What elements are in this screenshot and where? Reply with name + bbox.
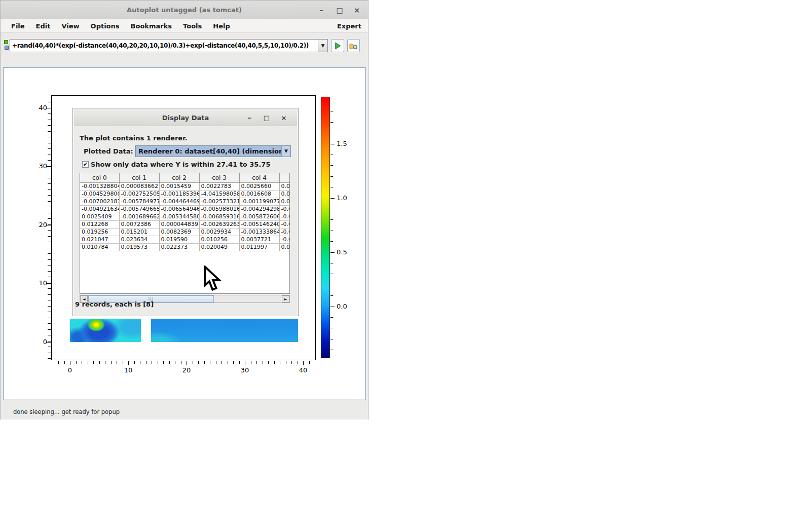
table-cell[interactable]: -0.004294298... — [239, 205, 279, 213]
table-cell[interactable]: -0.005872606... — [239, 213, 279, 220]
statusbar: done sleeping... get ready for popup — [1, 405, 368, 420]
table-cell[interactable]: -0.005146240... — [239, 220, 279, 228]
expert-menu[interactable]: Expert — [337, 19, 361, 33]
table-cell[interactable]: 0.011997 — [239, 243, 279, 251]
table-cell[interactable]: 0.0072386 — [119, 220, 159, 228]
dialog-maximize-button[interactable]: □ — [262, 113, 272, 123]
table-cell[interactable]: 0.010256 — [199, 236, 239, 243]
go-play-button[interactable] — [331, 39, 344, 52]
column-header[interactable]: col 3 — [199, 173, 239, 182]
table-cell[interactable]: -0.002573321... — [199, 198, 239, 205]
data-table-viewport[interactable]: col 0 col 1 col 2 col 3 col 4 -0.0013288… — [80, 173, 290, 294]
spectrogram-strip-right[interactable] — [151, 319, 298, 342]
table-cell[interactable]: 0.00 — [279, 190, 290, 198]
column-header[interactable]: col 1 — [119, 173, 159, 182]
spectrogram-strip-left[interactable] — [70, 319, 141, 342]
table-cell[interactable]: -0.001199077... — [239, 198, 279, 205]
menu-view[interactable]: View — [56, 19, 85, 33]
column-header[interactable]: col 2 — [159, 173, 199, 182]
table-cell[interactable]: 0.00 — [279, 243, 290, 251]
table-cell[interactable]: 0.022373 — [159, 243, 199, 251]
table-row[interactable]: 0.021047 0.023634 0.019590 0.010256 0.00… — [80, 236, 290, 243]
menu-help[interactable]: Help — [207, 19, 235, 33]
column-header[interactable]: col 4 — [239, 173, 279, 182]
table-cell[interactable]: -0.001689662... — [119, 213, 159, 220]
uri-input[interactable]: +rand(40,40)*(exp(-distance(40,40,20,20,… — [10, 39, 318, 52]
column-header[interactable]: col 0 — [80, 173, 119, 182]
table-cell[interactable]: -0.005344580... — [159, 213, 199, 220]
table-cell[interactable]: -0.004529800... — [80, 190, 119, 198]
scroll-right-button[interactable]: ► — [282, 295, 289, 302]
table-cell[interactable]: 0.0025660 — [239, 182, 279, 190]
table-cell[interactable]: 0.0016608 — [239, 190, 279, 198]
table-cell[interactable]: 0.00 — [279, 182, 290, 190]
table-row[interactable]: -0.004529800... -0.002752505... -0.00118… — [80, 190, 290, 198]
table-row[interactable]: 0.019256 0.015201 0.0082369 0.0029934 -0… — [80, 228, 290, 236]
table-cell[interactable]: -0.005988016... — [199, 205, 239, 213]
table-cell[interactable]: -0.001185396... — [159, 190, 199, 198]
table-cell[interactable]: -0.002639263... — [199, 220, 239, 228]
table-cell[interactable]: -0.004921634... — [80, 205, 119, 213]
table-cell[interactable]: 0.0025409 — [80, 213, 119, 220]
table-cell[interactable]: -0.0 — [279, 228, 290, 236]
table-cell[interactable]: 0.019573 — [119, 243, 159, 251]
table-cell[interactable]: 0.000083662 — [119, 182, 159, 190]
window-close-button[interactable]: × — [352, 5, 362, 15]
table-cell[interactable]: 0.000044839 — [159, 220, 199, 228]
table-cell[interactable]: 0.00 — [279, 198, 290, 205]
table-cell[interactable]: 0.0037721 — [239, 236, 279, 243]
table-cell[interactable]: -0.005784977... — [119, 198, 159, 205]
table-cell[interactable]: -0.005749665... — [119, 205, 159, 213]
table-row[interactable]: 0.0025409 -0.001689662... -0.005344580..… — [80, 213, 290, 220]
menu-edit[interactable]: Edit — [30, 19, 56, 33]
table-cell[interactable]: -0.001328804... — [80, 182, 119, 190]
table-cell[interactable]: 0.0082369 — [159, 228, 199, 236]
table-cell[interactable]: -0.0 — [279, 205, 290, 213]
table-cell[interactable]: 0.0015459 — [159, 182, 199, 190]
filter-y-checkbox[interactable]: ✔ — [82, 161, 89, 168]
table-cell[interactable]: 0.0029934 — [199, 228, 239, 236]
menu-options[interactable]: Options — [85, 19, 125, 33]
table-cell[interactable]: -0.004464469... — [159, 198, 199, 205]
table-row[interactable]: -0.001328804... 0.000083662 0.0015459 0.… — [80, 182, 290, 190]
table-cell[interactable]: 0.021047 — [80, 236, 119, 243]
menu-file[interactable]: File — [6, 19, 30, 33]
table-cell[interactable]: -0.001333864... — [239, 228, 279, 236]
table-cell[interactable]: 0.0022783 — [199, 182, 239, 190]
table-cell[interactable]: 0.019590 — [159, 236, 199, 243]
chevron-down-icon[interactable]: ▼ — [281, 146, 290, 157]
table-row[interactable]: -0.007002187... -0.005784977... -0.00446… — [80, 198, 290, 205]
table-cell[interactable]: -4.041598058... — [199, 190, 239, 198]
table-row[interactable]: -0.004921634... -0.005749665... -0.00656… — [80, 205, 290, 213]
column-header[interactable] — [279, 173, 290, 182]
plotted-data-combobox[interactable]: Renderer 0: dataset[40,40] (dimension...… — [135, 145, 291, 157]
window-maximize-button[interactable]: □ — [335, 5, 345, 15]
table-cell[interactable]: -0.002752505... — [119, 190, 159, 198]
colorbar[interactable] — [321, 97, 330, 358]
table-cell[interactable]: -0.0 — [279, 236, 290, 243]
table-cell[interactable]: -0.0 — [279, 220, 290, 228]
table-cell[interactable]: 0.010784 — [80, 243, 119, 251]
table-cell[interactable]: -0.006564946... — [159, 205, 199, 213]
window-titlebar[interactable]: Autoplot untagged (as tomcat) – □ × — [1, 1, 368, 19]
table-cell[interactable]: 0.012268 — [80, 220, 119, 228]
table-cell[interactable]: 0.020049 — [199, 243, 239, 251]
dialog-minimize-button[interactable]: – — [244, 113, 254, 123]
x-axis-major-tick — [128, 361, 129, 365]
uri-dropdown-button[interactable]: ▼ — [318, 39, 328, 52]
table-cell[interactable]: 0.019256 — [80, 228, 119, 236]
table-row[interactable]: 0.010784 0.019573 0.022373 0.020049 0.01… — [80, 243, 290, 251]
table-cell[interactable]: 0.023634 — [119, 236, 159, 243]
table-cell[interactable]: -0.006859316... — [199, 213, 239, 220]
dialog-close-button[interactable]: × — [279, 113, 289, 123]
window-minimize-button[interactable]: – — [316, 5, 326, 15]
table-cell[interactable]: 0.015201 — [119, 228, 159, 236]
menu-bookmarks[interactable]: Bookmarks — [125, 19, 178, 33]
table-cell[interactable]: -0.0 — [279, 213, 290, 220]
table-row[interactable]: 0.012268 0.0072386 0.000044839 -0.002639… — [80, 220, 290, 228]
inspect-uri-button[interactable] — [347, 39, 360, 52]
menu-tools[interactable]: Tools — [177, 19, 207, 33]
dialog-titlebar[interactable]: Display Data – □ × — [74, 109, 297, 126]
table-cell[interactable]: -0.007002187... — [80, 198, 119, 205]
x-tick-label: 40 — [294, 366, 312, 374]
